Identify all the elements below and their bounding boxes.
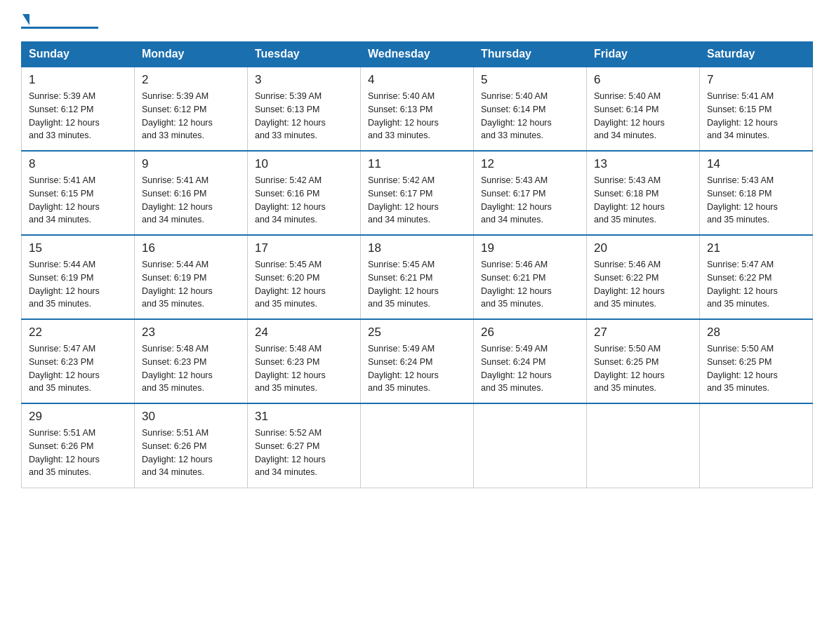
calendar-day-13: 13 Sunrise: 5:43 AMSunset: 6:18 PMDaylig…: [587, 151, 700, 235]
day-info: Sunrise: 5:40 AMSunset: 6:13 PMDaylight:…: [368, 90, 466, 142]
calendar-day-empty: [587, 403, 700, 488]
calendar-day-empty: [361, 403, 474, 488]
day-info: Sunrise: 5:39 AMSunset: 6:12 PMDaylight:…: [29, 90, 127, 142]
calendar-day-21: 21 Sunrise: 5:47 AMSunset: 6:22 PMDaylig…: [700, 235, 813, 319]
day-number: 10: [255, 157, 353, 171]
day-info: Sunrise: 5:50 AMSunset: 6:25 PMDaylight:…: [594, 342, 692, 395]
day-info: Sunrise: 5:49 AMSunset: 6:24 PMDaylight:…: [481, 342, 579, 395]
day-info: Sunrise: 5:50 AMSunset: 6:25 PMDaylight:…: [707, 342, 805, 395]
calendar-day-26: 26 Sunrise: 5:49 AMSunset: 6:24 PMDaylig…: [474, 319, 587, 403]
day-number: 5: [481, 73, 579, 87]
day-number: 17: [255, 241, 353, 255]
calendar-table: SundayMondayTuesdayWednesdayThursdayFrid…: [21, 41, 813, 488]
calendar-day-empty: [700, 403, 813, 488]
calendar-day-24: 24 Sunrise: 5:48 AMSunset: 6:23 PMDaylig…: [248, 319, 361, 403]
calendar-day-2: 2 Sunrise: 5:39 AMSunset: 6:12 PMDayligh…: [135, 67, 248, 151]
calendar-day-29: 29 Sunrise: 5:51 AMSunset: 6:26 PMDaylig…: [22, 403, 135, 488]
calendar-day-7: 7 Sunrise: 5:41 AMSunset: 6:15 PMDayligh…: [700, 67, 813, 151]
calendar-day-1: 1 Sunrise: 5:39 AMSunset: 6:12 PMDayligh…: [22, 67, 135, 151]
calendar-day-30: 30 Sunrise: 5:51 AMSunset: 6:26 PMDaylig…: [135, 403, 248, 488]
calendar-day-19: 19 Sunrise: 5:46 AMSunset: 6:21 PMDaylig…: [474, 235, 587, 319]
day-number: 28: [707, 326, 805, 340]
day-info: Sunrise: 5:40 AMSunset: 6:14 PMDaylight:…: [594, 90, 692, 142]
day-number: 15: [29, 241, 127, 255]
day-number: 1: [29, 73, 127, 87]
calendar-day-17: 17 Sunrise: 5:45 AMSunset: 6:20 PMDaylig…: [248, 235, 361, 319]
calendar-day-12: 12 Sunrise: 5:43 AMSunset: 6:17 PMDaylig…: [474, 151, 587, 235]
day-number: 24: [255, 326, 353, 340]
calendar-day-6: 6 Sunrise: 5:40 AMSunset: 6:14 PMDayligh…: [587, 67, 700, 151]
calendar-week-5: 29 Sunrise: 5:51 AMSunset: 6:26 PMDaylig…: [22, 403, 813, 488]
calendar-day-22: 22 Sunrise: 5:47 AMSunset: 6:23 PMDaylig…: [22, 319, 135, 403]
day-info: Sunrise: 5:41 AMSunset: 6:15 PMDaylight:…: [29, 174, 127, 227]
day-info: Sunrise: 5:44 AMSunset: 6:19 PMDaylight:…: [29, 258, 127, 311]
day-number: 13: [594, 157, 692, 171]
calendar-day-4: 4 Sunrise: 5:40 AMSunset: 6:13 PMDayligh…: [361, 67, 474, 151]
day-info: Sunrise: 5:39 AMSunset: 6:13 PMDaylight:…: [255, 90, 353, 142]
calendar-day-14: 14 Sunrise: 5:43 AMSunset: 6:18 PMDaylig…: [700, 151, 813, 235]
day-number: 16: [142, 241, 240, 255]
page-header: [21, 14, 813, 29]
day-info: Sunrise: 5:51 AMSunset: 6:26 PMDaylight:…: [29, 427, 127, 479]
day-info: Sunrise: 5:47 AMSunset: 6:22 PMDaylight:…: [707, 258, 805, 311]
calendar-week-1: 1 Sunrise: 5:39 AMSunset: 6:12 PMDayligh…: [22, 67, 813, 151]
day-number: 8: [29, 157, 127, 171]
day-info: Sunrise: 5:40 AMSunset: 6:14 PMDaylight:…: [481, 90, 579, 142]
header-cell-thursday: Thursday: [474, 42, 587, 67]
day-number: 20: [594, 241, 692, 255]
day-number: 7: [707, 73, 805, 87]
day-number: 9: [142, 157, 240, 171]
day-info: Sunrise: 5:45 AMSunset: 6:20 PMDaylight:…: [255, 258, 353, 311]
header-cell-saturday: Saturday: [700, 42, 813, 67]
logo-underline: [21, 27, 98, 29]
day-info: Sunrise: 5:41 AMSunset: 6:16 PMDaylight:…: [142, 174, 240, 227]
calendar-day-15: 15 Sunrise: 5:44 AMSunset: 6:19 PMDaylig…: [22, 235, 135, 319]
day-info: Sunrise: 5:43 AMSunset: 6:17 PMDaylight:…: [481, 174, 579, 227]
day-number: 18: [368, 241, 466, 255]
day-info: Sunrise: 5:41 AMSunset: 6:15 PMDaylight:…: [707, 90, 805, 142]
day-number: 22: [29, 326, 127, 340]
day-info: Sunrise: 5:51 AMSunset: 6:26 PMDaylight:…: [142, 427, 240, 479]
day-info: Sunrise: 5:42 AMSunset: 6:17 PMDaylight:…: [368, 174, 466, 227]
calendar-day-16: 16 Sunrise: 5:44 AMSunset: 6:19 PMDaylig…: [135, 235, 248, 319]
day-number: 26: [481, 326, 579, 340]
day-number: 31: [255, 410, 353, 424]
calendar-day-18: 18 Sunrise: 5:45 AMSunset: 6:21 PMDaylig…: [361, 235, 474, 319]
day-number: 4: [368, 73, 466, 87]
calendar-day-11: 11 Sunrise: 5:42 AMSunset: 6:17 PMDaylig…: [361, 151, 474, 235]
calendar-week-2: 8 Sunrise: 5:41 AMSunset: 6:15 PMDayligh…: [22, 151, 813, 235]
day-number: 11: [368, 157, 466, 171]
day-info: Sunrise: 5:43 AMSunset: 6:18 PMDaylight:…: [594, 174, 692, 227]
calendar-day-empty: [474, 403, 587, 488]
day-number: 29: [29, 410, 127, 424]
header-cell-sunday: Sunday: [22, 42, 135, 67]
calendar-header: SundayMondayTuesdayWednesdayThursdayFrid…: [22, 42, 813, 67]
calendar-day-5: 5 Sunrise: 5:40 AMSunset: 6:14 PMDayligh…: [474, 67, 587, 151]
day-number: 3: [255, 73, 353, 87]
day-number: 21: [707, 241, 805, 255]
day-info: Sunrise: 5:48 AMSunset: 6:23 PMDaylight:…: [255, 342, 353, 395]
logo-triangle-icon: [22, 14, 29, 25]
day-info: Sunrise: 5:46 AMSunset: 6:22 PMDaylight:…: [594, 258, 692, 311]
day-info: Sunrise: 5:49 AMSunset: 6:24 PMDaylight:…: [368, 342, 466, 395]
day-info: Sunrise: 5:48 AMSunset: 6:23 PMDaylight:…: [142, 342, 240, 395]
day-info: Sunrise: 5:43 AMSunset: 6:18 PMDaylight:…: [707, 174, 805, 227]
header-cell-monday: Monday: [135, 42, 248, 67]
header-cell-friday: Friday: [587, 42, 700, 67]
day-number: 19: [481, 241, 579, 255]
calendar-week-4: 22 Sunrise: 5:47 AMSunset: 6:23 PMDaylig…: [22, 319, 813, 403]
day-number: 2: [142, 73, 240, 87]
header-cell-tuesday: Tuesday: [248, 42, 361, 67]
day-info: Sunrise: 5:46 AMSunset: 6:21 PMDaylight:…: [481, 258, 579, 311]
day-info: Sunrise: 5:39 AMSunset: 6:12 PMDaylight:…: [142, 90, 240, 142]
calendar-day-20: 20 Sunrise: 5:46 AMSunset: 6:22 PMDaylig…: [587, 235, 700, 319]
day-info: Sunrise: 5:45 AMSunset: 6:21 PMDaylight:…: [368, 258, 466, 311]
day-info: Sunrise: 5:42 AMSunset: 6:16 PMDaylight:…: [255, 174, 353, 227]
header-cell-wednesday: Wednesday: [361, 42, 474, 67]
calendar-body: 1 Sunrise: 5:39 AMSunset: 6:12 PMDayligh…: [22, 67, 813, 488]
day-info: Sunrise: 5:52 AMSunset: 6:27 PMDaylight:…: [255, 427, 353, 479]
calendar-day-27: 27 Sunrise: 5:50 AMSunset: 6:25 PMDaylig…: [587, 319, 700, 403]
header-row: SundayMondayTuesdayWednesdayThursdayFrid…: [22, 42, 813, 67]
day-info: Sunrise: 5:44 AMSunset: 6:19 PMDaylight:…: [142, 258, 240, 311]
day-number: 25: [368, 326, 466, 340]
